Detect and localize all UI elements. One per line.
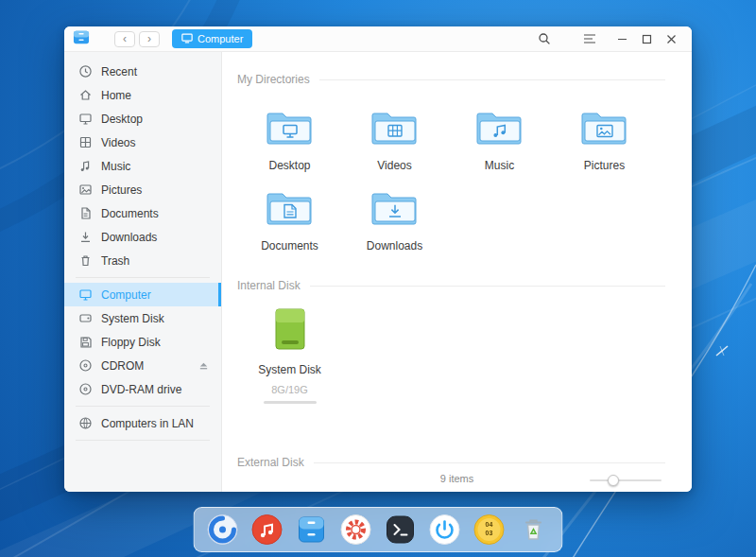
sidebar-item-system-disk[interactable]: System Disk [64,306,221,330]
titlebar[interactable]: ‹ › Computer [64,26,692,52]
sidebar-item-trash[interactable]: Trash [64,249,221,272]
computer-icon [78,287,93,302]
folder-tile-videos[interactable]: Videos [342,107,447,172]
folder-tile-desktop[interactable]: Desktop [237,107,342,172]
section-my-directories: My Directories [237,52,665,86]
folder-documents-icon [266,187,315,231]
sidebar-separator [76,440,210,441]
sidebar-item-videos[interactable]: Videos [64,131,221,154]
tab-label: Computer [198,33,243,44]
section-external-disk: External Disk [237,456,665,469]
folder-tile-downloads[interactable]: Downloads [342,187,447,252]
sidebar-item-label: Documents [101,207,159,220]
sidebar-item-documents[interactable]: Documents [64,201,221,225]
folder-videos-icon [370,107,420,150]
trash-dock-icon[interactable] [517,513,551,547]
sidebar: Recent Home Desktop Videos Music Picture… [64,52,222,492]
file-manager-icon[interactable] [295,513,329,547]
app-icon [73,29,90,49]
tab-computer[interactable]: Computer [172,29,252,48]
sidebar-item-floppy-disk[interactable]: Floppy Disk [64,330,221,354]
content-area: My Directories Desktop Videos [222,52,692,492]
sidebar-item-cdrom[interactable]: CDROM [64,354,221,377]
section-title: My Directories [237,73,310,86]
clock-minute-text: 03 [472,530,507,536]
sidebar-item-label: Computer [101,288,151,302]
section-divider [310,286,665,287]
sidebar-item-downloads[interactable]: Downloads [64,225,221,249]
clock-icon [78,64,93,78]
sidebar-item-label: Pictures [101,183,142,197]
folder-pictures-icon [580,107,629,150]
folder-tile-pictures[interactable]: Pictures [552,107,657,172]
terminal-icon[interactable] [384,513,418,547]
forward-button[interactable]: › [139,31,160,47]
file-manager-window: ‹ › Computer Recent [64,26,692,492]
sidebar-item-label: Trash [101,254,129,268]
directory-grid-row-2: Documents Downloads [237,187,692,252]
sidebar-item-label: Downloads [101,231,157,244]
music-app-icon[interactable] [250,513,284,547]
sidebar-item-dvd-ram-drive[interactable]: DVD-RAM drive [64,377,221,401]
directory-grid-row-1: Desktop Videos Music [237,107,692,172]
sidebar-item-label: DVD-RAM drive [101,383,181,396]
section-divider [319,79,665,80]
clock-tray-icon[interactable]: 04 03 [472,513,507,547]
sidebar-item-label: Floppy Disk [101,336,161,349]
download-icon [78,230,93,244]
folder-tile-documents[interactable]: Documents [237,187,342,252]
cdrom-icon [78,358,93,373]
statusbar: 9 items [222,473,692,488]
dock: 04 03 [194,507,563,552]
sidebar-item-home[interactable]: Home [64,83,221,107]
sidebar-item-desktop[interactable]: Desktop [64,107,221,131]
slider-knob[interactable] [608,475,619,486]
monitor-icon [78,112,93,126]
eject-icon[interactable] [198,360,209,371]
sidebar-item-label: Computers in LAN [101,417,194,430]
trash-icon [78,253,93,268]
sidebar-item-music[interactable]: Music [64,154,221,178]
shutdown-icon[interactable] [428,513,462,547]
sidebar-item-label: Recent [101,65,137,78]
network-icon [78,416,93,430]
folder-label: Downloads [367,239,422,252]
close-button[interactable] [659,29,683,48]
sidebar-item-label: System Disk [101,312,164,325]
launcher-icon[interactable] [206,513,240,547]
disk-icon [78,311,93,325]
menu-icon[interactable] [577,29,602,48]
sidebar-item-computers-in-lan[interactable]: Computers in LAN [64,411,221,435]
sidebar-item-label: Desktop [101,113,143,126]
sidebar-item-label: CDROM [101,359,144,373]
sidebar-item-label: Home [101,89,131,102]
sidebar-item-pictures[interactable]: Pictures [64,178,221,201]
sidebar-item-computer[interactable]: Computer [64,283,221,306]
maximize-button[interactable] [634,29,659,48]
clock-hour-text: 04 [472,521,507,528]
grid-icon [78,135,93,149]
disk-usage-text: 8G/19G [271,384,308,395]
computer-icon [181,33,193,45]
section-divider [314,462,665,463]
back-button[interactable]: ‹ [114,31,135,47]
folder-label: Desktop [268,159,310,172]
disk-usage-bar [264,401,317,404]
minimize-button[interactable] [610,29,634,48]
icon-size-slider[interactable] [590,479,662,481]
sidebar-item-label: Music [101,160,130,173]
section-internal-disk: Internal Disk [237,279,665,292]
floppy-icon [78,335,93,349]
search-icon[interactable] [532,29,557,48]
control-center-icon[interactable] [339,513,373,547]
home-icon [78,88,93,102]
section-title: Internal Disk [237,279,301,292]
system-disk-icon [269,307,311,355]
folder-label: Videos [377,159,411,172]
folder-tile-music[interactable]: Music [447,107,552,172]
sidebar-item-label: Videos [101,136,135,149]
items-count: 9 items [222,473,692,484]
sidebar-item-recent[interactable]: Recent [64,60,221,83]
disk-label: System Disk [258,363,321,376]
system-disk-tile[interactable]: System Disk 8G/19G [237,307,342,404]
